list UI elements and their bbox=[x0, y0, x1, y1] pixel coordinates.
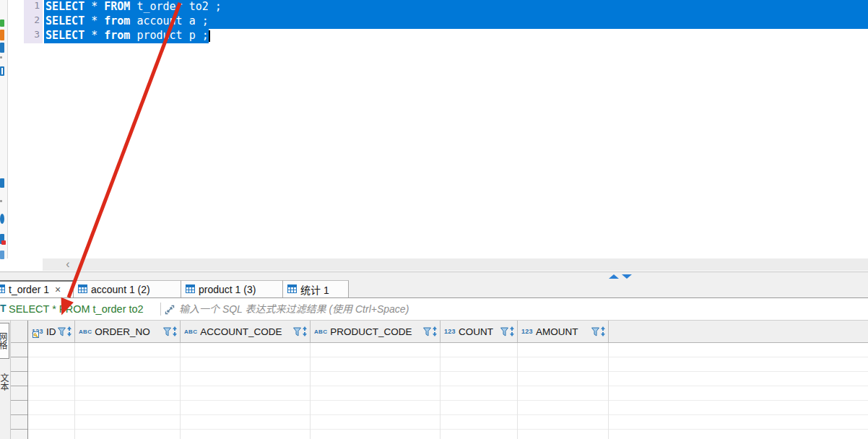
column-divider bbox=[74, 343, 75, 439]
tab-product-1[interactable]: product 1 (3) bbox=[181, 280, 283, 297]
result-query-text: SELECT * FROM t_order to2 bbox=[9, 298, 144, 320]
filter-sort-controls[interactable] bbox=[423, 326, 438, 336]
tab-label: account 1 (2) bbox=[91, 284, 150, 295]
grid-corner-cell[interactable] bbox=[11, 321, 28, 342]
sort-arrows-icon bbox=[172, 326, 178, 336]
tab-t-order-1[interactable]: t_order 1 × bbox=[0, 280, 74, 297]
filter-funnel-icon bbox=[163, 327, 171, 336]
results-grid-panel: 网格 文本 123 ID ABC ORDER_NO bbox=[0, 321, 868, 439]
column-name: PRODUCT_CODE bbox=[330, 326, 412, 337]
filter-funnel-icon bbox=[293, 327, 301, 336]
scroll-left-arrow-icon[interactable]: ‹ bbox=[62, 258, 74, 271]
filter-sort-controls[interactable] bbox=[591, 326, 606, 336]
explain-plan-icon[interactable] bbox=[0, 66, 4, 76]
filter-sort-controls[interactable] bbox=[58, 326, 72, 336]
filter-sort-controls[interactable] bbox=[293, 326, 308, 336]
result-filter-bar: T SELECT * FROM t_order to2 bbox=[0, 298, 868, 321]
column-divider bbox=[310, 343, 311, 439]
row-number-gutter bbox=[11, 343, 28, 439]
primary-key-icon bbox=[32, 331, 39, 338]
sql-line-3: SELECT * from product p ; bbox=[45, 29, 209, 43]
tab-label: product 1 (3) bbox=[199, 284, 256, 295]
sort-arrows-icon bbox=[600, 326, 606, 336]
filter-sort-controls[interactable] bbox=[163, 326, 178, 336]
text-view-tab[interactable]: 文本 bbox=[0, 365, 10, 399]
expand-filter-panel-icon[interactable] bbox=[165, 305, 175, 318]
column-divider bbox=[517, 343, 518, 439]
filter-funnel-icon bbox=[423, 327, 431, 336]
execute-script-icon[interactable] bbox=[0, 43, 4, 53]
header-filler bbox=[609, 321, 868, 342]
tab-label: 统计 1 bbox=[300, 282, 329, 297]
table-grid-icon bbox=[186, 284, 195, 295]
tab-label: t_order 1 bbox=[9, 284, 49, 295]
string-type-icon: ABC bbox=[184, 329, 197, 335]
column-header-id[interactable]: 123 ID bbox=[28, 321, 75, 342]
editor-left-toolbar bbox=[0, 0, 8, 258]
column-divider bbox=[608, 343, 609, 439]
line-number: 3 bbox=[24, 29, 40, 43]
splitter-sash[interactable] bbox=[0, 272, 868, 280]
column-name: ORDER_NO bbox=[95, 326, 150, 337]
column-divider bbox=[440, 343, 440, 439]
maximize-editor-icon[interactable] bbox=[609, 274, 619, 279]
sql-line-2: SELECT * from account a ; bbox=[45, 14, 209, 29]
sql-editor[interactable]: 1 2 3 SELECT * FROM t_order to2 ; SELECT… bbox=[8, 0, 868, 258]
dbeaver-sql-editor-window: 1 2 3 SELECT * FROM t_order to2 ; SELECT… bbox=[0, 0, 868, 439]
settings-icon[interactable] bbox=[0, 178, 4, 188]
filter-icon: T bbox=[0, 303, 6, 316]
string-type-icon: ABC bbox=[79, 329, 92, 335]
tab-account-1[interactable]: account 1 (2) bbox=[74, 280, 181, 297]
grid-body-empty[interactable] bbox=[11, 343, 868, 439]
filter-funnel-icon bbox=[500, 327, 508, 336]
column-header-product-code[interactable]: ABC PRODUCT_CODE bbox=[311, 321, 440, 342]
numeric-type-icon: 123 bbox=[32, 328, 43, 335]
sql-filter-input[interactable] bbox=[179, 299, 843, 319]
new-item-icon[interactable] bbox=[0, 19, 4, 27]
refresh-icon[interactable] bbox=[0, 214, 4, 224]
grid-view-tab[interactable]: 网格 bbox=[0, 323, 9, 359]
toolbar-separator bbox=[0, 200, 2, 202]
error-badge bbox=[1, 240, 6, 245]
column-name: ACCOUNT_CODE bbox=[200, 326, 282, 337]
grid-view-label: 网格 bbox=[0, 332, 7, 349]
column-name: COUNT bbox=[459, 326, 493, 337]
column-name: AMOUNT bbox=[536, 326, 578, 337]
filter-funnel-icon bbox=[58, 327, 66, 336]
string-type-icon: ABC bbox=[314, 329, 327, 335]
result-view-switcher: 网格 文本 bbox=[0, 321, 11, 439]
text-view-label: 文本 bbox=[0, 373, 9, 391]
sort-arrows-icon bbox=[432, 326, 438, 336]
filter-sort-controls[interactable] bbox=[500, 326, 515, 336]
column-header-amount[interactable]: 123 AMOUNT bbox=[518, 321, 609, 342]
column-header-account-code[interactable]: ABC ACCOUNT_CODE bbox=[181, 321, 311, 342]
table-grid-icon bbox=[78, 284, 87, 295]
column-name: ID bbox=[46, 326, 56, 337]
editor-horizontal-scrollbar[interactable]: ‹ bbox=[43, 258, 868, 271]
table-grid-icon bbox=[287, 284, 297, 295]
line-number: 1 bbox=[24, 0, 40, 14]
column-divider bbox=[180, 343, 181, 439]
sql-line-1: SELECT * FROM t_order to2 ; bbox=[45, 0, 222, 14]
text-caret bbox=[209, 30, 210, 42]
sort-arrows-icon bbox=[66, 326, 72, 336]
line-number: 2 bbox=[24, 14, 40, 29]
toolbar-separator bbox=[0, 56, 2, 58]
table-grid-icon bbox=[0, 284, 5, 295]
numeric-type-icon: 123 bbox=[521, 328, 533, 335]
filter-funnel-icon bbox=[591, 327, 599, 336]
grid-header-row: 123 ID ABC ORDER_NO ABC ACCOUN bbox=[11, 321, 868, 343]
maximize-results-icon[interactable] bbox=[622, 274, 632, 279]
sort-arrows-icon bbox=[302, 326, 308, 336]
execute-statement-icon[interactable] bbox=[0, 30, 4, 40]
sort-arrows-icon bbox=[509, 326, 515, 336]
tab-statistics-1[interactable]: 统计 1 bbox=[283, 280, 349, 297]
numeric-type-icon: 123 bbox=[444, 328, 456, 335]
separator bbox=[160, 303, 161, 316]
column-header-order-no[interactable]: ABC ORDER_NO bbox=[75, 321, 181, 342]
column-header-count[interactable]: 123 COUNT bbox=[440, 321, 518, 342]
clipboard-icon[interactable] bbox=[0, 251, 4, 259]
results-tab-bar: t_order 1 × account 1 (2) product 1 (3) … bbox=[0, 280, 868, 298]
tab-close-icon[interactable]: × bbox=[55, 284, 61, 295]
